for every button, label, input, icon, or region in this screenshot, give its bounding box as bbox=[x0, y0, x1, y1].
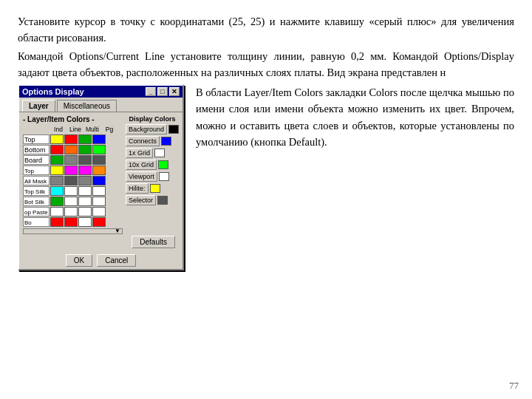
defaults-btn-area: Defaults bbox=[23, 236, 179, 248]
layer-row: Bottom bbox=[23, 145, 123, 154]
color-ts-line[interactable] bbox=[64, 166, 78, 175]
color-bsk-line[interactable] bbox=[64, 197, 78, 206]
display-colors-title: Display Colors bbox=[126, 115, 179, 123]
color-board-pg[interactable] bbox=[92, 155, 106, 165]
lower-section: Options Display _ □ ✕ Layer Miscellaneou… bbox=[18, 84, 514, 270]
dc-color-10xgrid[interactable] bbox=[158, 160, 168, 169]
minimize-button[interactable]: _ bbox=[146, 87, 156, 96]
maximize-button[interactable]: □ bbox=[157, 87, 168, 96]
color-bottom-multi[interactable] bbox=[78, 145, 92, 154]
dc-btn-10xgrid[interactable]: 10x Grid bbox=[126, 160, 157, 170]
top-para-1: Установите курсор в точку с координатами… bbox=[18, 13, 514, 47]
header-name bbox=[23, 126, 50, 133]
color-ts-pg[interactable] bbox=[92, 166, 106, 175]
layer-name-topsilk[interactable]: Top Silk bbox=[23, 186, 50, 196]
header-ind: Ind bbox=[50, 126, 66, 133]
color-am-pg[interactable] bbox=[92, 176, 106, 185]
color-bsk-pg[interactable] bbox=[92, 197, 106, 206]
color-top-ind[interactable] bbox=[50, 134, 64, 144]
color-bp-multi[interactable] bbox=[78, 217, 92, 227]
dialog-title: Options Display bbox=[22, 87, 84, 96]
color-am-ind[interactable] bbox=[50, 176, 64, 185]
dc-color-hilite[interactable] bbox=[150, 184, 160, 193]
dc-row-10xgrid: 10x Grid bbox=[126, 160, 179, 170]
color-op-multi[interactable] bbox=[78, 207, 92, 216]
dc-color-selector[interactable] bbox=[157, 196, 168, 205]
dc-btn-viewport[interactable]: Viewport bbox=[126, 171, 157, 182]
color-top-pg[interactable] bbox=[92, 134, 106, 144]
color-bottom-pg[interactable] bbox=[92, 145, 106, 154]
layer-name-allmask[interactable]: All Mask bbox=[23, 176, 50, 185]
header-pg: Pg bbox=[101, 126, 117, 133]
color-bsk-multi[interactable] bbox=[78, 197, 92, 206]
color-top-line[interactable] bbox=[64, 134, 78, 144]
layer-name-top[interactable]: Top bbox=[23, 134, 50, 144]
color-op-ind[interactable] bbox=[50, 207, 64, 216]
defaults-button[interactable]: Defaults bbox=[132, 236, 175, 248]
color-bottom-line[interactable] bbox=[64, 145, 78, 154]
color-top-multi[interactable] bbox=[78, 134, 92, 144]
tab-layer[interactable]: Layer bbox=[22, 100, 55, 112]
layer-list-header: Ind Line Multi Pg bbox=[23, 126, 123, 133]
dialog-tabs: Layer Miscellaneous bbox=[19, 98, 183, 112]
layer-name-bottom[interactable]: Bottom bbox=[23, 145, 50, 154]
cancel-button[interactable]: Cancel bbox=[97, 254, 136, 267]
dc-btn-1xgrid[interactable]: 1x Grid bbox=[126, 148, 153, 158]
layer-row: Bot Silk bbox=[23, 197, 123, 206]
layer-row: Board bbox=[23, 155, 123, 165]
dc-color-1xgrid[interactable] bbox=[154, 149, 165, 157]
header-multi: Multi bbox=[84, 126, 100, 133]
layer-scrollbar[interactable]: ▼ bbox=[23, 228, 123, 234]
layer-name-botsilk[interactable]: Bot Silk bbox=[23, 197, 50, 206]
color-ts-multi[interactable] bbox=[78, 166, 92, 175]
dc-row-background: Background bbox=[126, 124, 179, 134]
color-board-line[interactable] bbox=[64, 155, 78, 165]
top-text-block: Установите курсор в точку с координатами… bbox=[18, 13, 514, 81]
dialog-titlebar: Options Display _ □ ✕ bbox=[19, 86, 183, 98]
color-tsk-multi[interactable] bbox=[78, 186, 92, 196]
color-bottom-ind[interactable] bbox=[50, 145, 64, 154]
color-board-multi[interactable] bbox=[78, 155, 92, 165]
layer-name-oppaste[interactable]: op Paste bbox=[23, 207, 50, 216]
color-tsk-ind[interactable] bbox=[50, 186, 64, 196]
color-am-line[interactable] bbox=[64, 176, 78, 185]
titlebar-buttons: _ □ ✕ bbox=[146, 87, 180, 96]
color-tsk-line[interactable] bbox=[64, 186, 78, 196]
color-bp-pg[interactable] bbox=[92, 217, 106, 227]
tab-miscellaneous[interactable]: Miscellaneous bbox=[57, 100, 117, 112]
layer-row: op Paste bbox=[23, 207, 123, 216]
layer-row: Bo Paste bbox=[23, 217, 123, 227]
options-display-dialog: Options Display _ □ ✕ Layer Miscellaneou… bbox=[18, 84, 184, 270]
color-board-ind[interactable] bbox=[50, 155, 64, 165]
dc-color-connects[interactable] bbox=[161, 137, 171, 146]
dc-row-1xgrid: 1x Grid bbox=[126, 148, 179, 158]
layer-item-colors-area: - Layer/Item Colors - Ind Line Multi Pg … bbox=[23, 115, 123, 234]
color-tsk-pg[interactable] bbox=[92, 186, 106, 196]
layer-name-board[interactable]: Board bbox=[23, 155, 50, 165]
color-op-line[interactable] bbox=[64, 207, 78, 216]
dialog-body: - Layer/Item Colors - Ind Line Multi Pg … bbox=[19, 112, 183, 251]
color-bp-line[interactable] bbox=[64, 217, 78, 227]
dc-row-viewport: Viewport bbox=[126, 171, 179, 182]
color-bp-ind[interactable] bbox=[50, 217, 64, 227]
dc-btn-selector[interactable]: Selector bbox=[126, 195, 156, 205]
dc-color-background[interactable] bbox=[168, 125, 179, 134]
layer-name-bopaste[interactable]: Bo Paste bbox=[23, 217, 50, 227]
display-colors-area: Display Colors Background Connects 1x Gr… bbox=[126, 115, 179, 234]
close-button[interactable]: ✕ bbox=[169, 87, 180, 96]
layer-row: Top Silk bbox=[23, 186, 123, 196]
dc-row-connects: Connects bbox=[126, 136, 179, 146]
layer-name-topsilks[interactable]: Top Silks. bbox=[23, 166, 50, 175]
header-line: Line bbox=[67, 126, 83, 133]
dc-btn-background[interactable]: Background bbox=[126, 124, 167, 134]
dc-btn-connects[interactable]: Connects bbox=[126, 136, 160, 146]
ok-button[interactable]: OK bbox=[66, 254, 92, 267]
color-bsk-ind[interactable] bbox=[50, 197, 64, 206]
color-am-multi[interactable] bbox=[78, 176, 92, 185]
color-ts-ind[interactable] bbox=[50, 166, 64, 175]
dialog-footer: OK Cancel bbox=[19, 251, 183, 269]
dc-color-viewport[interactable] bbox=[159, 172, 169, 181]
layer-row: Top bbox=[23, 134, 123, 144]
dc-btn-hilite[interactable]: Hilite: bbox=[126, 183, 149, 194]
color-op-pg[interactable] bbox=[92, 207, 106, 216]
